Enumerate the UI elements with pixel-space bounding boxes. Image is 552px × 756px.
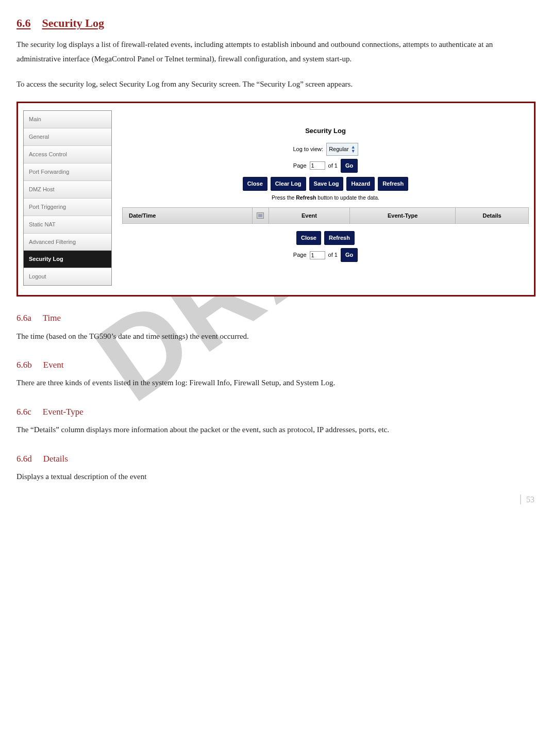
heading-6-6c: 6.6cEvent-Type — [16, 404, 536, 420]
go-button[interactable]: Go — [341, 159, 358, 173]
sidebar-item-label: Main — [29, 116, 41, 122]
sidebar-item-port-forwarding[interactable]: Port Forwarding — [24, 163, 111, 181]
heading-6-6b-number: 6.6b — [16, 360, 32, 370]
close-button-bottom[interactable]: Close — [296, 231, 321, 245]
refresh-note-prefix: Press the — [272, 194, 296, 201]
details-paragraph: Displays a textual description of the ev… — [16, 469, 536, 484]
access-paragraph: To access the security log, select Secur… — [16, 77, 536, 92]
col-sort-icon[interactable] — [253, 207, 269, 224]
sidebar-item-label: Logout — [29, 273, 46, 280]
heading-6-6b-title: Event — [43, 360, 64, 370]
pagination-top: Page of 1 Go — [122, 159, 529, 173]
sidebar-item-label: Static NAT — [29, 221, 56, 227]
page-number: 53 — [520, 495, 534, 504]
save-log-button[interactable]: Save Log — [309, 177, 344, 191]
sidebar-item-label: Advanced Filtering — [29, 239, 76, 245]
go-button-bottom[interactable]: Go — [341, 248, 358, 262]
sidebar-item-label: Port Forwarding — [29, 169, 69, 175]
sidebar-item-label: Port Triggering — [29, 204, 66, 210]
sidebar-item-label: Security Log — [29, 256, 63, 262]
heading-6-6a-number: 6.6a — [16, 313, 31, 323]
pagination-bottom: Page of 1 Go — [122, 248, 529, 262]
heading-6-6b: 6.6bEvent — [16, 357, 536, 373]
col-event-type: Event-Type — [350, 207, 456, 224]
clear-log-button[interactable]: Clear Log — [271, 177, 306, 191]
col-details: Details — [456, 207, 529, 224]
refresh-button[interactable]: Refresh — [378, 177, 408, 191]
sidebar-item-label: Access Control — [29, 151, 67, 157]
sidebar-item-dmz-host[interactable]: DMZ Host — [24, 181, 111, 199]
page-number-input-bottom[interactable] — [310, 251, 325, 259]
sidebar-item-port-triggering[interactable]: Port Triggering — [24, 199, 111, 216]
log-to-view-row: Log to view: Regular ▲▼ — [122, 143, 529, 156]
sidebar-item-main[interactable]: Main — [24, 111, 111, 128]
refresh-note: Press the Refresh button to update the d… — [122, 193, 529, 203]
heading-6-6a: 6.6aTime — [16, 310, 536, 326]
sidebar-item-label: General — [29, 134, 49, 140]
heading-6-6c-number: 6.6c — [16, 407, 31, 417]
time-paragraph: The time (based on the TG590’s date and … — [16, 329, 536, 344]
heading-6-6: 6.6Security Log — [16, 12, 536, 34]
sidebar-nav: Main General Access Control Port Forward… — [23, 110, 112, 286]
heading-6-6d-title: Details — [43, 454, 68, 464]
event-type-paragraph: The “Details” column displays more infor… — [16, 422, 536, 437]
col-datetime: Date/Time — [123, 207, 253, 224]
security-log-screenshot: Main General Access Control Port Forward… — [16, 102, 536, 297]
sidebar-item-advanced-filtering[interactable]: Advanced Filtering — [24, 234, 111, 251]
sort-icon — [257, 212, 264, 219]
refresh-note-bold: Refresh — [296, 194, 316, 201]
sidebar-item-logout[interactable]: Logout — [24, 268, 111, 285]
heading-6-6-title: Security Log — [42, 17, 104, 29]
sidebar-item-security-log[interactable]: Security Log — [24, 251, 111, 268]
sidebar-item-access-control[interactable]: Access Control — [24, 146, 111, 163]
log-to-view-select[interactable]: Regular ▲▼ — [326, 143, 358, 156]
action-buttons-bottom: Close Refresh — [122, 231, 529, 245]
panel-title: Security Log — [122, 125, 529, 138]
log-to-view-label: Log to view: — [293, 144, 323, 155]
log-to-view-value: Regular — [329, 144, 349, 155]
sidebar-item-static-nat[interactable]: Static NAT — [24, 216, 111, 234]
heading-6-6d: 6.6dDetails — [16, 451, 536, 467]
security-log-panel: Security Log Log to view: Regular ▲▼ Pag… — [122, 110, 529, 265]
page-suffix: of 1 — [328, 160, 338, 171]
log-table-header-row: Date/Time Event Event-Type Details — [123, 207, 529, 224]
heading-6-6d-number: 6.6d — [16, 454, 32, 464]
refresh-note-suffix: button to update the data. — [316, 194, 379, 201]
sidebar-item-label: DMZ Host — [29, 186, 55, 192]
heading-6-6c-title: Event-Type — [43, 407, 83, 417]
refresh-button-bottom[interactable]: Refresh — [324, 231, 355, 245]
sidebar-item-general[interactable]: General — [24, 128, 111, 146]
page-suffix-bottom: of 1 — [328, 250, 338, 260]
action-buttons-top: Close Clear Log Save Log Hazard Refresh — [122, 177, 529, 191]
page-prefix-bottom: Page — [293, 250, 307, 260]
event-paragraph: There are three kinds of events listed i… — [16, 375, 536, 390]
col-event: Event — [269, 207, 350, 224]
intro-paragraph: The security log displays a list of fire… — [16, 37, 536, 67]
heading-6-6-number: 6.6 — [16, 17, 31, 29]
heading-6-6a-title: Time — [43, 313, 61, 323]
page-prefix: Page — [293, 160, 307, 171]
hazard-button[interactable]: Hazard — [346, 177, 375, 191]
page-number-input[interactable] — [310, 161, 325, 170]
log-table: Date/Time Event Event-Type Details — [122, 207, 529, 224]
select-arrows-icon: ▲▼ — [351, 145, 356, 153]
close-button[interactable]: Close — [243, 177, 267, 191]
